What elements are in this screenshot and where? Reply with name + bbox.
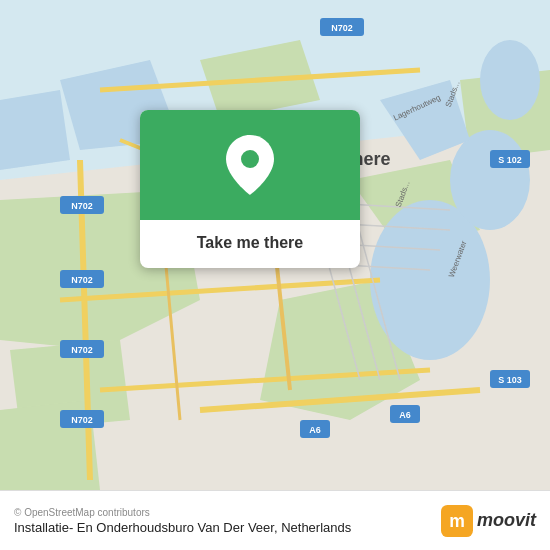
svg-text:N702: N702: [71, 345, 93, 355]
svg-point-10: [450, 130, 530, 230]
svg-text:m: m: [449, 511, 465, 531]
country-text: Netherlands: [281, 520, 351, 535]
svg-point-54: [241, 150, 259, 168]
popup-card: Take me there: [140, 110, 360, 268]
svg-text:A6: A6: [399, 410, 411, 420]
svg-text:S 103: S 103: [498, 375, 522, 385]
bottom-left: © OpenStreetMap contributors Installatie…: [14, 507, 351, 535]
svg-text:A6: A6: [309, 425, 321, 435]
svg-text:N702: N702: [71, 201, 93, 211]
svg-point-11: [480, 40, 540, 120]
popup-header: [140, 110, 360, 220]
svg-text:N702: N702: [331, 23, 353, 33]
moovit-text: moovit: [477, 510, 536, 531]
map-container[interactable]: N702 N702 N702 N702 N702 A6 A6 S 103 S 1…: [0, 0, 550, 490]
business-name: Installatie- En Onderhoudsburo Van Der V…: [14, 520, 351, 535]
svg-marker-14: [0, 90, 70, 170]
copyright-text: © OpenStreetMap contributors: [14, 507, 351, 518]
bottom-bar: © OpenStreetMap contributors Installatie…: [0, 490, 550, 550]
svg-text:S 102: S 102: [498, 155, 522, 165]
moovit-icon: m: [441, 505, 473, 537]
svg-text:N702: N702: [71, 275, 93, 285]
moovit-logo: m moovit: [441, 505, 536, 537]
location-pin-icon: [226, 135, 274, 195]
take-me-there-button[interactable]: Take me there: [197, 230, 303, 256]
business-name-text: Installatie- En Onderhoudsburo Van Der V…: [14, 520, 278, 535]
popup-button-area: Take me there: [140, 220, 360, 268]
svg-text:N702: N702: [71, 415, 93, 425]
